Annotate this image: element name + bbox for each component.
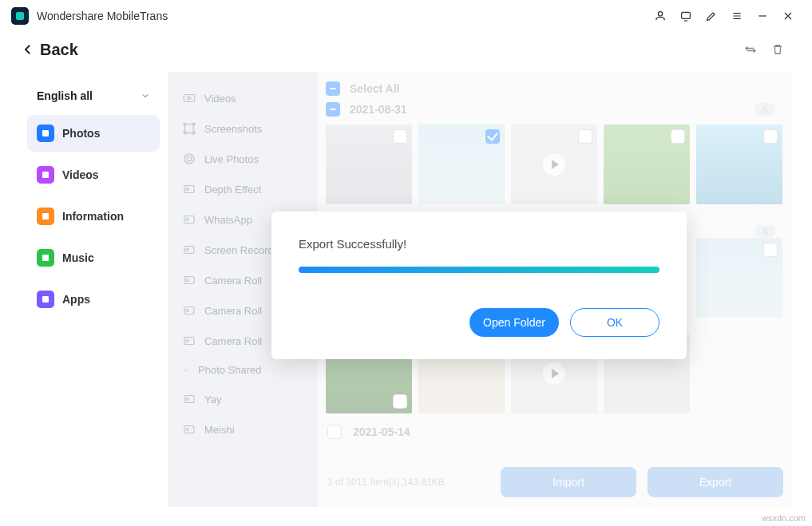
play-icon: [543, 362, 565, 385]
dialog-title: Export Successfully!: [299, 237, 660, 251]
language-selector[interactable]: English all: [27, 81, 160, 110]
svg-point-0: [658, 12, 662, 16]
folder-item-deptheffect[interactable]: Depth Effect: [168, 174, 318, 204]
photo-thumb[interactable]: [696, 125, 782, 204]
back-button[interactable]: Back: [21, 41, 78, 59]
sidebar-item-label: Photos: [62, 127, 100, 140]
svg-point-12: [186, 188, 188, 191]
sidebar-item-label: Apps: [62, 293, 90, 306]
date-checkbox[interactable]: [327, 425, 342, 439]
app-logo: [11, 7, 29, 25]
status-text: 1 of 3011 Item(s),143.81KB: [327, 477, 445, 488]
back-row: Back: [0, 32, 812, 67]
sidebar-item-videos[interactable]: Videos: [27, 156, 160, 193]
account-icon[interactable]: [648, 3, 673, 29]
progress-bar: [299, 267, 660, 273]
date-label: 2021-08-31: [350, 103, 407, 116]
svg-rect-7: [184, 95, 195, 102]
trash-icon[interactable]: [764, 36, 791, 63]
svg-point-26: [186, 429, 188, 431]
svg-point-24: [186, 398, 188, 401]
thumb-checkbox[interactable]: [393, 129, 407, 144]
photos-icon: [37, 125, 54, 142]
svg-rect-6: [42, 296, 49, 303]
svg-point-22: [186, 340, 188, 342]
thumb-checkbox[interactable]: [578, 129, 592, 144]
svg-point-16: [186, 249, 188, 251]
close-icon[interactable]: [775, 3, 801, 29]
export-button[interactable]: Export: [648, 467, 783, 497]
sidebar-item-label: Music: [62, 251, 94, 264]
menu-icon[interactable]: [724, 3, 750, 29]
sidebar: English all Photos Videos Information Mu…: [19, 72, 168, 507]
thumb-checkbox[interactable]: [671, 129, 685, 144]
sidebar-item-label: Videos: [62, 168, 99, 181]
thumb-checkbox[interactable]: [763, 129, 778, 144]
svg-point-18: [186, 279, 188, 282]
photo-thumb[interactable]: [418, 125, 505, 204]
select-all-row: Select All: [326, 78, 785, 99]
information-icon: [37, 208, 54, 225]
language-label: English all: [37, 89, 93, 102]
folder-item-videos[interactable]: Videos: [168, 83, 318, 113]
videos-icon: [37, 166, 54, 184]
folder-item-meishi[interactable]: Meishi: [168, 414, 318, 445]
svg-point-14: [186, 219, 188, 221]
svg-point-20: [186, 310, 188, 312]
folder-item-photoshared[interactable]: Photo Shared: [168, 356, 318, 384]
svg-rect-8: [185, 125, 194, 133]
thumb-grid-1: [326, 125, 785, 204]
sidebar-item-music[interactable]: Music: [27, 239, 160, 276]
back-label: Back: [40, 41, 78, 59]
photo-thumb[interactable]: [604, 125, 690, 204]
svg-rect-2: [42, 130, 49, 136]
feedback-icon[interactable]: [673, 3, 699, 29]
svg-point-9: [187, 156, 192, 161]
sidebar-item-information[interactable]: Information: [27, 198, 160, 235]
photo-thumb[interactable]: [326, 125, 412, 204]
music-icon: [37, 249, 54, 267]
thumb-checkbox[interactable]: [763, 243, 778, 257]
svg-rect-5: [42, 255, 49, 261]
thumb-checkbox[interactable]: [485, 129, 500, 144]
app-title: Wondershare MobileTrans: [37, 10, 168, 22]
export-success-dialog: Export Successfully! Open Folder OK: [271, 212, 687, 359]
apps-icon: [37, 291, 54, 308]
svg-rect-1: [682, 12, 691, 18]
svg-rect-3: [42, 172, 49, 178]
date-label: 2021-05-14: [353, 425, 410, 438]
minimize-icon[interactable]: [750, 3, 775, 29]
thumb-checkbox[interactable]: [393, 394, 407, 409]
folder-item-livephotos[interactable]: Live Photos: [168, 144, 318, 174]
photo-thumb[interactable]: [696, 238, 782, 318]
status-bar: 1 of 3011 Item(s),143.81KB Import Export: [327, 467, 783, 497]
chevron-down-icon: [141, 91, 150, 101]
photo-thumb[interactable]: [511, 125, 597, 204]
count-badge: 9: [755, 225, 775, 238]
select-all-label: Select All: [350, 82, 400, 95]
open-folder-button[interactable]: Open Folder: [469, 308, 559, 337]
folder-item-screenshots[interactable]: Screenshots: [168, 113, 318, 144]
edit-icon[interactable]: [699, 3, 724, 29]
count-badge: 5: [755, 103, 775, 116]
date-group-1: 2021-08-31 5: [326, 99, 785, 120]
select-all-checkbox[interactable]: [326, 81, 340, 96]
ok-button[interactable]: OK: [570, 308, 660, 337]
dialog-buttons: Open Folder OK: [299, 308, 660, 337]
sidebar-item-apps[interactable]: Apps: [27, 281, 160, 318]
refresh-icon[interactable]: [737, 36, 764, 63]
svg-point-10: [184, 154, 194, 164]
sidebar-item-label: Information: [62, 210, 124, 223]
date-group-2: 2021-05-14: [326, 413, 785, 444]
play-icon: [543, 153, 565, 176]
sidebar-item-photos[interactable]: Photos: [27, 115, 160, 152]
date-checkbox[interactable]: [326, 102, 340, 117]
folder-item-yay[interactable]: Yay: [168, 384, 318, 414]
watermark: wsxdn.com: [762, 513, 806, 523]
svg-rect-4: [42, 213, 49, 219]
import-button[interactable]: Import: [501, 467, 636, 497]
titlebar: Wondershare MobileTrans: [0, 0, 812, 32]
